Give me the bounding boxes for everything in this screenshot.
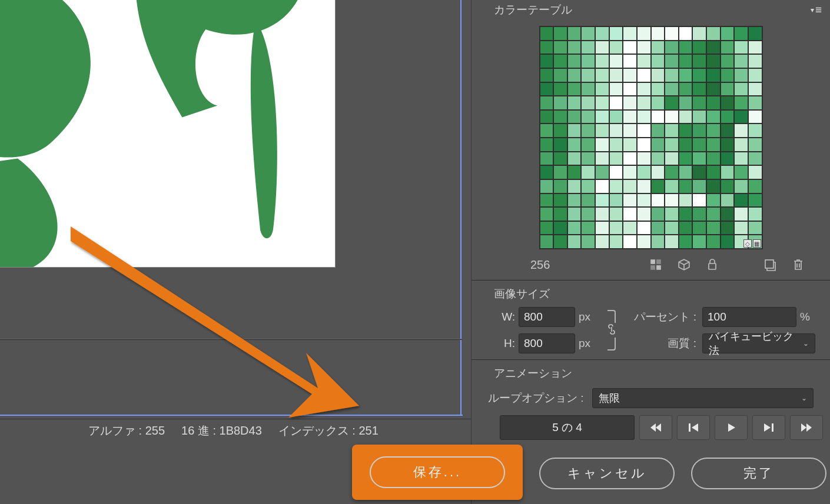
- color-swatch[interactable]: [651, 165, 665, 179]
- color-swatch[interactable]: [706, 179, 721, 193]
- color-swatch[interactable]: [637, 54, 651, 68]
- color-swatch[interactable]: [748, 165, 762, 179]
- color-swatch[interactable]: [651, 138, 665, 152]
- color-swatch[interactable]: [734, 221, 748, 235]
- color-swatch[interactable]: [679, 235, 693, 249]
- color-swatch[interactable]: [679, 124, 693, 138]
- color-swatch[interactable]: [637, 165, 651, 179]
- color-swatch[interactable]: [540, 41, 554, 55]
- percent-input[interactable]: [702, 307, 796, 327]
- color-swatch[interactable]: [595, 110, 609, 124]
- color-swatch[interactable]: [692, 26, 706, 41]
- color-swatch[interactable]: [553, 193, 567, 208]
- color-swatch[interactable]: [679, 138, 693, 152]
- color-swatch[interactable]: [609, 68, 623, 82]
- color-swatch[interactable]: [581, 96, 595, 110]
- color-swatch[interactable]: [637, 193, 651, 208]
- color-swatch[interactable]: [679, 41, 693, 55]
- color-swatch[interactable]: [721, 221, 735, 235]
- color-swatch[interactable]: [609, 26, 623, 41]
- color-swatch[interactable]: [734, 82, 748, 96]
- color-swatch[interactable]: [734, 124, 748, 138]
- color-swatch[interactable]: [679, 179, 693, 193]
- color-swatch[interactable]: [748, 26, 762, 41]
- color-swatch[interactable]: [748, 124, 762, 138]
- color-swatch[interactable]: [553, 138, 567, 152]
- color-swatch[interactable]: [540, 82, 554, 96]
- color-swatch[interactable]: [553, 41, 567, 55]
- color-swatch[interactable]: [706, 26, 721, 41]
- color-swatch[interactable]: [637, 138, 651, 152]
- color-swatch[interactable]: [637, 82, 651, 96]
- color-swatch[interactable]: [679, 82, 693, 96]
- color-swatch[interactable]: [721, 138, 735, 152]
- color-swatch[interactable]: [623, 152, 637, 166]
- color-swatch[interactable]: [540, 138, 554, 152]
- color-swatch[interactable]: [623, 26, 637, 41]
- color-swatch[interactable]: [581, 221, 595, 235]
- color-swatch[interactable]: [540, 221, 554, 235]
- color-swatch[interactable]: [665, 138, 679, 152]
- lock-icon[interactable]: [704, 256, 721, 273]
- color-swatch[interactable]: [692, 138, 706, 152]
- color-swatch[interactable]: [637, 96, 651, 110]
- color-swatch[interactable]: [679, 68, 693, 82]
- color-swatch[interactable]: [540, 207, 554, 221]
- default-swatch-icon[interactable]: ◇: [743, 239, 752, 248]
- color-swatch[interactable]: [540, 124, 554, 138]
- color-swatch[interactable]: [734, 96, 748, 110]
- new-swatch-icon[interactable]: [762, 256, 778, 273]
- cancel-button[interactable]: キャンセル: [539, 458, 675, 489]
- color-swatch[interactable]: [721, 179, 735, 193]
- color-swatch[interactable]: [748, 138, 762, 152]
- color-swatch[interactable]: [721, 207, 735, 221]
- color-swatch[interactable]: [651, 179, 665, 193]
- color-swatch[interactable]: [748, 179, 762, 193]
- color-swatch[interactable]: [581, 41, 595, 55]
- color-swatch[interactable]: [581, 179, 595, 193]
- transparency-swatch-icon[interactable]: ▦: [753, 239, 761, 248]
- color-swatch[interactable]: [665, 54, 679, 68]
- color-swatch[interactable]: [567, 207, 582, 221]
- color-swatch[interactable]: [553, 207, 567, 221]
- color-swatch[interactable]: [651, 193, 665, 208]
- color-swatch[interactable]: [553, 54, 567, 68]
- color-swatch[interactable]: [567, 124, 582, 138]
- color-swatch[interactable]: [637, 124, 651, 138]
- color-swatch[interactable]: [692, 110, 706, 124]
- color-swatch[interactable]: [567, 221, 582, 235]
- color-swatch[interactable]: [567, 138, 582, 152]
- color-swatch[interactable]: [748, 152, 762, 166]
- color-swatch[interactable]: [595, 54, 609, 68]
- color-swatch[interactable]: [665, 110, 679, 124]
- color-swatch[interactable]: [540, 193, 554, 208]
- color-swatch[interactable]: [748, 68, 762, 82]
- color-swatch[interactable]: [567, 82, 582, 96]
- color-swatch[interactable]: [623, 221, 637, 235]
- color-swatch[interactable]: [581, 193, 595, 208]
- color-swatch[interactable]: [679, 96, 693, 110]
- color-swatch[interactable]: [721, 26, 735, 41]
- color-swatch[interactable]: [651, 235, 665, 249]
- color-swatch[interactable]: [748, 110, 762, 124]
- color-swatch[interactable]: [734, 207, 748, 221]
- color-swatch[interactable]: [581, 138, 595, 152]
- color-swatch[interactable]: [553, 68, 567, 82]
- color-swatch[interactable]: [721, 110, 735, 124]
- color-swatch[interactable]: [665, 207, 679, 221]
- color-swatch[interactable]: [706, 54, 721, 68]
- color-swatch[interactable]: [623, 179, 637, 193]
- color-swatch[interactable]: [623, 68, 637, 82]
- color-swatch[interactable]: [567, 152, 582, 166]
- color-swatch[interactable]: [540, 68, 554, 82]
- color-swatch[interactable]: [748, 221, 762, 235]
- color-swatch[interactable]: [734, 138, 748, 152]
- color-swatch[interactable]: [595, 124, 609, 138]
- color-swatch[interactable]: [665, 68, 679, 82]
- color-swatch[interactable]: [553, 165, 567, 179]
- color-swatch[interactable]: [595, 138, 609, 152]
- color-swatch[interactable]: [665, 26, 679, 41]
- color-swatch[interactable]: [637, 207, 651, 221]
- color-swatch[interactable]: [706, 96, 721, 110]
- color-swatch[interactable]: [706, 68, 721, 82]
